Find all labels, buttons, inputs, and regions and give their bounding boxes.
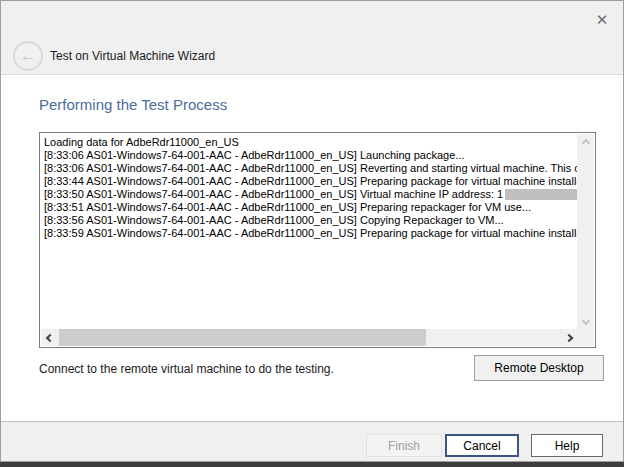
help-button[interactable]: Help [531,434,603,457]
vertical-scrollbar[interactable] [577,134,594,329]
close-icon: ✕ [596,11,609,29]
scrollbar-corner [577,329,594,346]
log-line: Loading data for AdbeRdr11000_en_US [44,136,577,149]
horizontal-scrollbar[interactable] [41,329,577,346]
redacted-ip-value [505,189,577,200]
log-line-ip-text: [8:33:50 AS01-Windows7-64-001-AAC - Adbe… [44,188,503,201]
wizard-window: ✕ ← Test on Virtual Machine Wizard Perfo… [0,0,624,462]
finish-button[interactable]: Finish [366,434,442,457]
remote-desktop-button[interactable]: Remote Desktop [474,355,604,381]
log-line-ip: [8:33:50 AS01-Windows7-64-001-AAC - Adbe… [44,188,577,201]
page-title: Performing the Test Process [39,96,227,113]
button-bar: Finish Cancel Help [1,421,623,461]
horizontal-scroll-thumb[interactable] [59,329,426,346]
scroll-right-button[interactable] [560,329,577,346]
chevron-left-icon [45,333,53,341]
log-line: [8:33:44 AS01-Windows7-64-001-AAC - Adbe… [44,175,577,188]
back-arrow-icon: ← [20,48,36,64]
cancel-button[interactable]: Cancel [445,434,519,457]
test-log-output[interactable]: Loading data for AdbeRdr11000_en_US [8:3… [39,132,596,348]
log-line: [8:33:59 AS01-Windows7-64-001-AAC - Adbe… [44,227,577,240]
log-line: [8:33:06 AS01-Windows7-64-001-AAC - Adbe… [44,149,577,162]
chevron-down-icon [581,316,589,324]
desktop-background: ✕ ← Test on Virtual Machine Wizard Perfo… [0,0,624,467]
log-line: [8:33:51 AS01-Windows7-64-001-AAC - Adbe… [44,201,577,214]
chevron-right-icon [564,333,572,341]
log-line: [8:33:56 AS01-Windows7-64-001-AAC - Adbe… [44,214,577,227]
back-button[interactable]: ← [13,41,43,71]
instruction-text: Connect to the remote virtual machine to… [39,362,334,376]
close-button[interactable]: ✕ [590,8,614,32]
log-line: [8:33:06 AS01-Windows7-64-001-AAC - Adbe… [44,162,577,175]
chevron-up-icon [581,138,589,146]
wizard-title: Test on Virtual Machine Wizard [50,49,215,63]
scroll-up-button[interactable] [577,134,594,151]
scroll-left-button[interactable] [41,329,58,346]
log-lines: Loading data for AdbeRdr11000_en_US [8:3… [44,136,577,329]
scroll-down-button[interactable] [577,312,594,329]
wizard-header: ✕ ← Test on Virtual Machine Wizard [1,1,623,75]
